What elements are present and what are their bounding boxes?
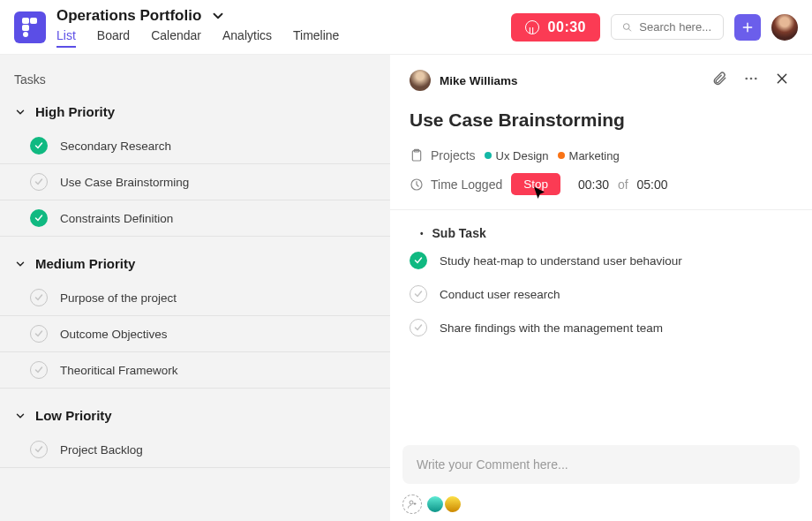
check-icon[interactable] [30, 441, 48, 458]
task-label: Constraints Definition [60, 212, 173, 225]
timer-value: 00:30 [548, 19, 586, 35]
chevron-down-icon [14, 258, 26, 270]
task-label: Secondary Research [60, 140, 171, 153]
logo-icon [22, 18, 38, 37]
search-input[interactable] [639, 20, 712, 34]
subtask-row[interactable]: Share findings with the management team [390, 311, 812, 344]
svg-rect-0 [22, 18, 29, 24]
task-row[interactable]: Theoritical Framework [0, 352, 390, 389]
author-name: Mike Williams [440, 74, 699, 87]
task-group-high: High Priority Secondary Research Use Cas… [0, 99, 390, 237]
app-logo[interactable] [14, 11, 46, 43]
divider [390, 209, 812, 210]
check-icon[interactable] [30, 209, 48, 227]
task-title: Use Case Brainstorming [390, 106, 812, 143]
watcher-avatar[interactable] [425, 495, 445, 514]
chevron-down-icon [14, 106, 26, 118]
task-row[interactable]: Constraints Definition [0, 200, 390, 237]
chevron-down-icon[interactable] [210, 8, 226, 24]
svg-point-8 [755, 78, 757, 80]
task-label: Theoritical Framework [60, 364, 178, 377]
tab-analytics[interactable]: Analytics [222, 28, 272, 48]
project-tag[interactable]: Marketing [558, 149, 620, 162]
check-icon[interactable] [30, 361, 48, 379]
tab-list[interactable]: List [56, 28, 76, 48]
clock-icon [410, 177, 424, 192]
portfolio-title: Operations Portfolio [56, 7, 201, 25]
group-title: High Priority [35, 104, 115, 119]
person-plus-icon [407, 499, 417, 510]
task-group-medium: Medium Priority Purpose of the project O… [0, 251, 390, 389]
more-icon[interactable] [740, 67, 763, 94]
task-list-panel: Tasks High Priority Secondary Research U… [0, 55, 390, 521]
projects-row: Projects Ux Design Marketing [390, 143, 812, 168]
plus-icon [741, 21, 754, 34]
svg-point-12 [410, 501, 413, 504]
attachment-icon[interactable] [708, 67, 731, 94]
svg-point-7 [750, 78, 753, 80]
project-tag[interactable]: Ux Design [485, 149, 549, 162]
subtask-label: Conduct user research [440, 288, 560, 301]
time-elapsed: 00:30 [578, 177, 609, 192]
dot-icon [485, 152, 492, 159]
watchers-row [390, 491, 812, 521]
comment-input[interactable]: Write your Comment here... [402, 445, 800, 484]
time-of: of [618, 177, 628, 192]
dot-icon [558, 152, 565, 159]
subtask-label: Study heat-map to understand user behavi… [440, 254, 682, 268]
pause-icon [525, 20, 539, 34]
clipboard-icon [410, 148, 424, 162]
check-icon[interactable] [30, 137, 48, 155]
add-button[interactable] [734, 14, 761, 41]
svg-rect-2 [30, 18, 37, 24]
task-group-low: Low Priority Project Backlog [0, 403, 390, 468]
subtask-row[interactable]: Conduct user research [390, 277, 812, 311]
search-box[interactable] [611, 14, 724, 40]
watcher-avatar[interactable] [443, 495, 462, 514]
group-title: Low Priority [35, 408, 112, 423]
time-logged-row: Time Logged Stop 00:30 of 05:00 [390, 168, 812, 200]
chevron-down-icon [14, 410, 26, 422]
group-header-low[interactable]: Low Priority [0, 403, 390, 432]
subtask-row[interactable]: Study heat-map to understand user behavi… [390, 244, 812, 277]
app-header: Operations Portfolio List Board Calendar… [0, 0, 812, 55]
task-row[interactable]: Project Backlog [0, 432, 390, 468]
check-icon[interactable] [30, 289, 48, 306]
tab-board[interactable]: Board [97, 28, 130, 48]
task-label: Outcome Objectives [60, 328, 168, 341]
subtask-label: Share findings with the management team [440, 321, 663, 335]
tab-calendar[interactable]: Calendar [151, 28, 201, 48]
user-avatar[interactable] [771, 14, 798, 41]
close-icon[interactable] [771, 68, 793, 93]
check-icon[interactable] [410, 252, 427, 269]
task-row[interactable]: Secondary Research [0, 128, 390, 164]
group-header-high[interactable]: High Priority [0, 99, 390, 128]
check-icon[interactable] [410, 285, 427, 303]
task-label: Project Backlog [60, 443, 143, 457]
stop-button[interactable]: Stop [511, 173, 560, 195]
svg-point-3 [23, 32, 28, 37]
task-label: Use Case Brainstorming [60, 176, 189, 189]
author-avatar[interactable] [410, 70, 431, 91]
time-total: 05:00 [637, 177, 668, 192]
svg-line-5 [628, 28, 631, 31]
check-icon[interactable] [30, 173, 48, 191]
timer-badge[interactable]: 00:30 [511, 13, 600, 42]
svg-rect-1 [22, 25, 29, 31]
task-row[interactable]: Use Case Brainstorming [0, 164, 390, 200]
subtask-heading: • Sub Task [390, 215, 812, 244]
view-tabs: List Board Calendar Analytics Timeline [56, 28, 500, 48]
check-icon[interactable] [410, 319, 427, 336]
task-row[interactable]: Outcome Objectives [0, 316, 390, 352]
add-watcher-button[interactable] [402, 495, 422, 514]
time-logged-label: Time Logged [431, 177, 502, 192]
tasks-heading: Tasks [0, 67, 390, 99]
task-detail-panel: Mike Williams Use Case Brainstorming Pro… [390, 55, 812, 521]
task-row[interactable]: Purpose of the project [0, 280, 390, 316]
group-header-medium[interactable]: Medium Priority [0, 251, 390, 280]
projects-label: Projects [431, 148, 476, 162]
task-label: Purpose of the project [60, 291, 177, 305]
svg-point-4 [623, 23, 629, 29]
check-icon[interactable] [30, 325, 48, 343]
tab-timeline[interactable]: Timeline [293, 28, 339, 48]
